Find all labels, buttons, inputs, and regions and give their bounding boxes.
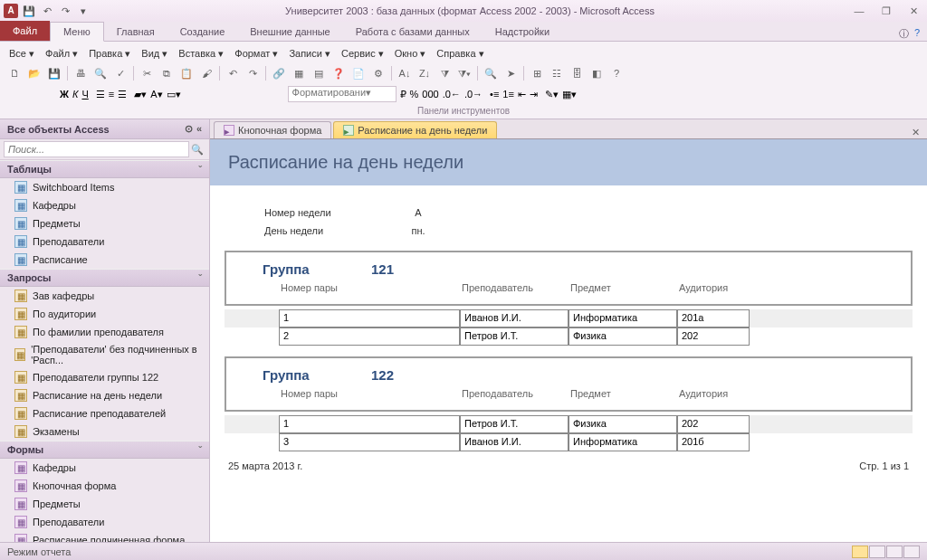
doc-tab-form[interactable]: ▸ Кнопочная форма — [214, 121, 331, 138]
menu-format[interactable]: Формат ▾ — [231, 46, 282, 62]
nav-group-header[interactable]: Формыˇ — [0, 441, 209, 459]
nav-item[interactable]: ▦Расписание преподавателей — [0, 404, 209, 422]
form-icon[interactable]: ▦ — [290, 64, 308, 82]
cut-icon[interactable]: ✂ — [138, 64, 156, 82]
macro-icon[interactable]: ⚙ — [369, 64, 387, 82]
cell-teacher[interactable]: Иванов И.И. — [460, 309, 569, 327]
ribbon-tab-home[interactable]: Главная — [104, 23, 167, 41]
ribbon-tab-create[interactable]: Создание — [167, 23, 238, 41]
highlight-icon[interactable]: ✎▾ — [545, 89, 559, 100]
thousands-icon[interactable]: 000 — [422, 89, 438, 100]
table-icon[interactable]: ▤ — [310, 64, 328, 82]
bullets-icon[interactable]: •≡ — [490, 89, 499, 100]
navpane-collapse-icon[interactable]: « — [196, 123, 202, 135]
format-painter-icon[interactable]: 🖌 — [197, 64, 215, 82]
nav-item[interactable]: ▦По аудитории — [0, 305, 209, 323]
italic-icon[interactable]: К — [72, 89, 78, 100]
cell-room[interactable]: 201а — [677, 309, 750, 327]
cell-room[interactable]: 202 — [677, 327, 750, 346]
query-icon[interactable]: ❓ — [330, 64, 348, 82]
nav-item[interactable]: ▦Расписание на день недели — [0, 386, 209, 404]
cell-teacher[interactable]: Петров И.Т. — [460, 415, 569, 433]
menu-all[interactable]: Все ▾ — [5, 46, 38, 62]
nav-item[interactable]: ▦Кафедры — [0, 196, 209, 214]
spell-icon[interactable]: ✓ — [111, 64, 129, 82]
line-color-icon[interactable]: ▭▾ — [167, 89, 181, 100]
help2-icon[interactable]: ? — [607, 64, 626, 82]
percent-icon[interactable]: % — [410, 89, 419, 100]
copy-icon[interactable]: ⧉ — [158, 64, 176, 82]
nav-item[interactable]: ▦Switchboard Items — [0, 178, 209, 196]
sort-asc-icon[interactable]: A↓ — [396, 64, 414, 82]
currency-icon[interactable]: ₽ — [400, 89, 406, 100]
ribbon-tab-addins[interactable]: Надстройки — [483, 23, 562, 41]
ribbon-tab-menu[interactable]: Меню — [50, 22, 104, 42]
find-icon[interactable]: 🔍 — [482, 64, 500, 82]
cell-teacher[interactable]: Иванов И.И. — [460, 433, 569, 451]
qat-redo-icon[interactable]: ↷ — [58, 4, 72, 18]
qat-dropdown-icon[interactable]: ▾ — [76, 4, 91, 18]
qat-save-icon[interactable]: 💾 — [22, 4, 36, 18]
preview-icon[interactable]: 🔍 — [91, 64, 110, 82]
undo-icon[interactable]: ↶ — [224, 64, 242, 82]
cell-subject[interactable]: Физика — [569, 327, 677, 346]
ribbon-minimize-icon[interactable]: ⓘ — [899, 27, 909, 41]
menu-insert[interactable]: Вставка ▾ — [175, 46, 227, 62]
nav-item[interactable]: ▦Кнопочная форма — [0, 477, 209, 495]
cell-room[interactable]: 201б — [677, 433, 750, 451]
numbering-icon[interactable]: 1≡ — [502, 89, 514, 100]
menu-tools[interactable]: Сервис ▾ — [338, 46, 387, 62]
align-left-icon[interactable]: ☰ — [96, 89, 105, 100]
navpane-dropdown-icon[interactable]: ⊙ — [185, 123, 193, 135]
view-design-icon[interactable] — [903, 546, 920, 558]
underline-icon[interactable]: Ч — [81, 89, 88, 100]
menu-edit[interactable]: Правка ▾ — [85, 46, 134, 62]
goto-icon[interactable]: ➤ — [502, 64, 520, 82]
nav-group-header[interactable]: Запросыˇ — [0, 269, 209, 287]
bold-icon[interactable]: Ж — [60, 89, 69, 100]
view-print-icon[interactable] — [869, 546, 885, 558]
sort-desc-icon[interactable]: Z↓ — [416, 64, 434, 82]
properties-icon[interactable]: ☷ — [548, 64, 566, 82]
nav-item[interactable]: ▦Расписание — [0, 251, 209, 269]
cell-subject[interactable]: Информатика — [569, 309, 677, 327]
help-icon[interactable]: ? — [914, 27, 920, 41]
cell-pair[interactable]: 1 — [279, 415, 460, 433]
filter-icon[interactable]: ⧩ — [435, 64, 454, 82]
doc-tab-report[interactable]: ▸ Расписание на день недели — [333, 121, 497, 138]
nav-group-header[interactable]: Таблицыˇ — [0, 160, 209, 178]
nav-item[interactable]: ▦Предметы — [0, 495, 209, 513]
nav-item[interactable]: ▦Зав кафедры — [0, 287, 209, 305]
cell-teacher[interactable]: Петров И.Т. — [460, 327, 569, 346]
save-icon[interactable]: 💾 — [45, 64, 63, 82]
link-icon[interactable]: 🔗 — [270, 64, 288, 82]
report-icon[interactable]: 📄 — [349, 64, 368, 82]
nav-item[interactable]: ▦Кафедры — [0, 459, 209, 477]
nav-item[interactable]: ▦Расписание подчиненная форма — [0, 531, 209, 542]
paste-icon[interactable]: 📋 — [177, 64, 196, 82]
menu-help[interactable]: Справка ▾ — [433, 46, 487, 62]
view-layout-icon[interactable] — [886, 546, 903, 558]
ribbon-tab-dbtools[interactable]: Работа с базами данных — [343, 23, 483, 41]
cell-pair[interactable]: 3 — [279, 433, 460, 451]
search-icon[interactable]: 🔍 — [189, 144, 205, 156]
close-button[interactable]: ✕ — [903, 4, 923, 18]
navpane-header[interactable]: Все объекты Access ⊙ « — [0, 119, 209, 139]
menu-view[interactable]: Вид ▾ — [138, 46, 171, 62]
nav-item[interactable]: ▦По фамилии преподавателя — [0, 323, 209, 341]
relationships-icon[interactable]: ⊞ — [528, 64, 546, 82]
open-icon[interactable]: 📂 — [25, 64, 43, 82]
cell-pair[interactable]: 2 — [279, 327, 460, 346]
search-input[interactable] — [4, 141, 189, 157]
menu-file[interactable]: Файл ▾ — [42, 46, 81, 62]
minimize-button[interactable]: — — [849, 4, 869, 18]
print-icon[interactable]: 🖶 — [72, 64, 90, 82]
nav-item[interactable]: ▦Преподаватели — [0, 233, 209, 251]
cell-room[interactable]: 202 — [677, 415, 750, 433]
dec-dec-icon[interactable]: .0→ — [464, 89, 483, 100]
view-report-icon[interactable] — [852, 546, 868, 558]
align-right-icon[interactable]: ☰ — [118, 89, 127, 100]
qat-undo-icon[interactable]: ↶ — [40, 4, 54, 18]
nav-item[interactable]: ▦Преподаватели группы 122 — [0, 368, 209, 386]
nav-item[interactable]: ▦Предметы — [0, 214, 209, 233]
